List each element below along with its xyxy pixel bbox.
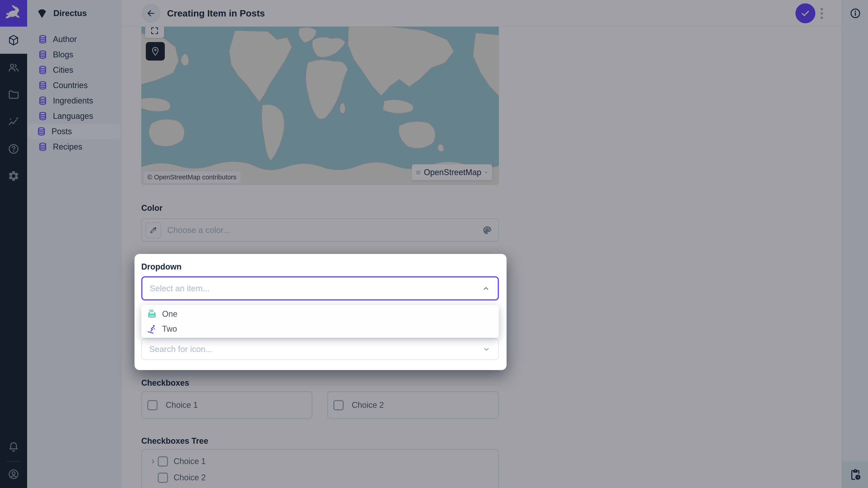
dropdown-menu: One Two xyxy=(141,305,499,338)
chevron-down-icon xyxy=(482,345,491,354)
icon-search-placeholder: Search for icon... xyxy=(149,345,213,354)
skiing-icon xyxy=(147,324,157,334)
dropdown-select-input[interactable]: Select an item... xyxy=(141,276,499,300)
option-label: One xyxy=(162,309,178,319)
app-window: Directus Author Blogs Cities Countries xyxy=(0,0,868,488)
dropdown-option-one[interactable]: One xyxy=(141,306,499,322)
option-label: Two xyxy=(162,324,177,334)
hot-tub-icon xyxy=(147,309,157,319)
dropdown-field-label: Dropdown xyxy=(141,262,182,271)
dropdown-option-two[interactable]: Two xyxy=(141,322,499,336)
dropdown-placeholder: Select an item... xyxy=(150,284,210,293)
chevron-up-icon xyxy=(482,284,491,293)
dropdown-modal-card: Dropdown Select an item... Search for ic… xyxy=(134,254,506,370)
modal-overlay[interactable] xyxy=(0,0,868,488)
icon-search-input[interactable]: Search for icon... xyxy=(141,338,499,360)
